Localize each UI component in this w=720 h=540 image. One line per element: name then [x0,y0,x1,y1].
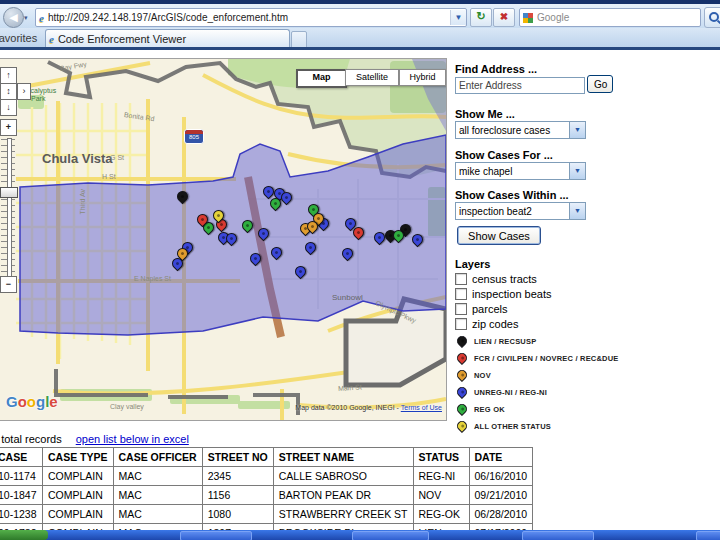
map-type-satellite-button[interactable]: Satellite [345,69,399,86]
layer-label: parcels [472,303,507,315]
taskbar-button[interactable] [522,531,594,540]
zoom-slider-track[interactable] [7,138,12,277]
chevron-down-icon[interactable]: ▼ [569,163,585,179]
map-type-map-button[interactable]: Map [296,69,347,88]
excel-link[interactable]: open list below in excel [76,433,189,445]
control-panel: Find Address ... Go Show Me ... all fore… [455,62,713,428]
map-canvas[interactable]: ↑ ↕ › ↓ + − Map Satellite Hybrid 805 Bay… [0,58,447,421]
refresh-button[interactable]: ↻ [470,8,492,27]
table-cell: MAC [113,505,202,524]
legend-label: FCR / CIVILPEN / NOVREC / REC&DUE [474,354,619,363]
map-label: Sunbowl [332,293,363,302]
toolbar-separator [0,47,720,50]
favorites-button[interactable]: Favorites [0,32,37,44]
legend-item: REG OK [455,402,505,416]
browser-toolbar: ◀ ▾ e http://209.242.148.197/ArcGIS/code… [0,4,720,29]
legend-pin-icon [455,402,469,416]
show-me-select[interactable]: all foreclosure cases ▼ [455,121,586,139]
taskbar-button[interactable] [352,531,429,540]
column-header: CASE TYPE [43,448,114,467]
address-dropdown-button[interactable]: ▼ [450,10,466,25]
windows-taskbar [0,530,720,540]
layer-checkbox[interactable] [455,303,467,315]
legend-item: LIEN / RECSUSP [455,334,536,348]
show-cases-button[interactable]: Show Cases [457,226,541,245]
map-label: E Naples St [134,275,171,282]
layer-label: zip codes [472,318,518,330]
tab-code-enforcement[interactable]: e Code Enforcement Viewer [45,29,290,48]
legend-pin-icon [455,419,469,433]
zoom-slider-handle[interactable] [0,187,18,198]
legend-pin-icon [455,368,469,382]
browser-window: ◀ ▾ e http://209.242.148.197/ArcGIS/code… [0,0,720,540]
layer-checkbox[interactable] [455,288,467,300]
table-cell: BARTON PEAK DR [273,486,413,505]
map-zoom-out-button[interactable]: − [0,276,17,293]
table-cell: REG-NI [413,467,469,486]
layer-item-zip-codes: zip codes [455,317,518,331]
layer-checkbox[interactable] [455,318,467,330]
address-input[interactable] [455,77,585,94]
show-cases-within-select[interactable]: inspection beat2 ▼ [455,202,586,220]
map-label: Third Av [79,189,86,215]
map-pan-right-button[interactable]: › [17,83,31,100]
table-cell: MAC [113,486,202,505]
map-zoom-in-button[interactable]: + [0,119,17,136]
map-pan-down-button[interactable]: ↓ [0,99,17,116]
show-cases-within-heading: Show Cases Within ... [455,189,569,201]
stop-button[interactable]: ✖ [493,8,515,27]
column-header: STREET NO [202,448,273,467]
attribution-text: Map data ©2010 Google, INEGI - [295,404,399,411]
legend-pin-icon [455,351,469,365]
show-cases-for-select[interactable]: mike chapel ▼ [455,162,586,180]
table-cell: 1156 [202,486,273,505]
map-type-hybrid-button[interactable]: Hybrid [399,69,446,86]
table-cell: CALLE SABROSO [273,467,413,486]
address-bar[interactable]: e http://209.242.148.197/ArcGIS/code_enf… [35,8,467,27]
show-cases-within-value: inspection beat2 [456,206,569,217]
table-row: 10-1847COMPLAINMAC1156BARTON PEAK DRNOV0… [0,486,533,505]
legend-label: REG OK [474,405,505,414]
chevron-down-icon[interactable]: ▼ [569,122,585,138]
map-pan-center-button[interactable]: ↕ [0,83,17,100]
search-button[interactable] [704,7,720,28]
table-cell: 06/16/2010 [469,467,533,486]
map-label: H St [102,173,116,180]
google-provider-icon [523,13,533,23]
map-pan-up-button[interactable]: ↑ [0,67,17,84]
back-dropdown-caret[interactable]: ▾ [24,14,28,22]
taskbar-button[interactable] [180,531,252,540]
results-header: 8 total recordsopen list below in excel [0,433,533,445]
legend-item: ALL OTHER STATUS [455,419,551,433]
system-tray [696,531,720,540]
table-cell: NOV [413,486,469,505]
table-row: 10-1238COMPLAINMAC1080STRAWBERRY CREEK S… [0,505,533,524]
terms-of-use-link[interactable]: Terms of Use [401,404,442,411]
legend-label: ALL OTHER STATUS [474,422,551,431]
go-button[interactable]: Go [587,75,613,93]
chevron-down-icon[interactable]: ▼ [569,203,585,219]
column-header: CASE [0,448,43,467]
start-button[interactable] [0,530,48,540]
legend-item: UNREG-NI / REG-NI [455,385,547,399]
search-box[interactable]: Google [519,8,701,27]
legend-item: FCR / CIVILPEN / NOVREC / REC&DUE [455,351,619,365]
table-cell: COMPLAIN [43,467,114,486]
table-cell: 1080 [202,505,273,524]
layer-label: census tracts [472,273,537,285]
column-header: STREET NAME [273,448,413,467]
table-cell: COMPLAIN [43,505,114,524]
table-cell: MAC [113,467,202,486]
table-cell: 09/21/2010 [469,486,533,505]
magnifier-icon [709,12,719,22]
show-me-value: all foreclosure cases [456,125,569,136]
column-header: STATUS [413,448,469,467]
layer-checkbox[interactable] [455,273,467,285]
legend-label: NOV [474,371,491,380]
table-cell: 10-1238 [0,505,43,524]
tab-title: Code Enforcement Viewer [58,33,186,45]
table-cell: REG-OK [413,505,469,524]
table-cell: COMPLAIN [43,486,114,505]
back-button[interactable]: ◀ [3,7,24,28]
map-label: G St [110,154,124,161]
